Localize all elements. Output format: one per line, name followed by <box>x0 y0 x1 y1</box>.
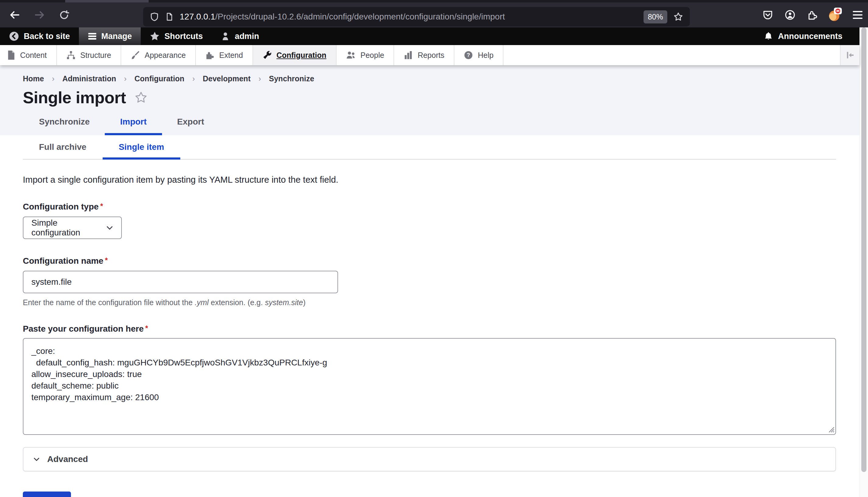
user-icon <box>220 31 230 41</box>
shortcuts-star-icon <box>150 31 160 41</box>
help-icon: ? <box>464 51 473 60</box>
tab-single-item[interactable]: Single item <box>103 135 180 159</box>
admin-menu-help[interactable]: ? Help <box>454 45 503 65</box>
admin-menu-structure[interactable]: Structure <box>57 45 121 65</box>
tab-import[interactable]: Import <box>105 109 162 135</box>
config-type-label: Configuration type* <box>23 202 836 212</box>
user-label: admin <box>235 32 259 41</box>
admin-menu-content-label: Content <box>20 51 47 60</box>
bell-icon <box>764 31 773 41</box>
browser-active-tab[interactable] <box>65 0 148 2</box>
svg-text:?: ? <box>467 52 470 58</box>
toolbar-item-manage[interactable]: Manage <box>79 27 141 45</box>
page-icon[interactable] <box>165 13 174 21</box>
drupal-admin-toolbar: Back to site Manage Shortcuts admin Anno… <box>0 27 859 45</box>
back-to-site-label: Back to site <box>24 32 70 41</box>
url-bar[interactable]: 127.0.0.1/Projects/drupal-10.2.6/admin/c… <box>143 7 690 27</box>
appearance-icon <box>131 51 140 60</box>
back-icon[interactable] <box>9 10 20 20</box>
toolbar-item-user[interactable]: admin <box>212 27 268 45</box>
admin-menu-appearance[interactable]: Appearance <box>121 45 196 65</box>
config-type-value: Simple configuration <box>31 218 105 238</box>
admin-menu-configuration-label: Configuration <box>276 51 327 60</box>
extend-icon <box>205 51 214 60</box>
breadcrumb-separator: › <box>124 74 126 83</box>
browser-toolbar: 127.0.0.1/Projects/drupal-10.2.6/admin/c… <box>0 2 868 27</box>
config-name-input[interactable] <box>23 271 338 293</box>
pocket-icon[interactable] <box>763 10 773 20</box>
breadcrumb-configuration[interactable]: Configuration <box>134 74 185 83</box>
manage-label: Manage <box>101 32 132 41</box>
config-name-label: Configuration name* <box>23 256 836 266</box>
import-button[interactable]: Import <box>23 492 71 497</box>
admin-menu-bar: Content Structure Appearance Extend Conf… <box>0 45 859 65</box>
extensions-icon[interactable] <box>807 10 817 20</box>
admin-menu-structure-label: Structure <box>81 51 111 60</box>
breadcrumb-separator: › <box>259 74 261 83</box>
admin-menu-people[interactable]: People <box>337 45 395 65</box>
admin-menu-configuration[interactable]: Configuration <box>253 45 337 65</box>
breadcrumb-separator: › <box>52 74 54 83</box>
toolbar-item-shortcuts[interactable]: Shortcuts <box>141 27 212 45</box>
structure-icon <box>67 51 75 60</box>
shield-icon[interactable] <box>150 12 159 21</box>
config-type-select[interactable]: Simple configuration <box>23 216 122 239</box>
toolbar-collapse-button[interactable] <box>840 45 859 65</box>
reports-icon <box>403 51 413 60</box>
breadcrumb: Home › Administration › Configuration › … <box>0 65 859 83</box>
paste-config-label: Paste your configuration here* <box>23 324 836 334</box>
url-path: /Projects/drupal-10.2.6/admin/config/dev… <box>215 12 505 21</box>
primary-tabs: Synchronize Import Export <box>24 109 219 135</box>
breadcrumb-synchronize[interactable]: Synchronize <box>269 74 314 83</box>
admin-menu-reports-label: Reports <box>417 51 444 60</box>
forward-icon[interactable] <box>34 10 45 20</box>
yaml-textarea[interactable]: _core: default_config_hash: mguGHCYb9Dw5… <box>23 338 836 435</box>
advanced-label: Advanced <box>47 454 88 464</box>
manage-icon <box>88 32 97 41</box>
reload-icon[interactable] <box>59 10 69 20</box>
menu-icon[interactable] <box>853 9 863 21</box>
back-to-site-icon <box>9 31 19 41</box>
breadcrumb-home[interactable]: Home <box>23 74 44 83</box>
page-header: Home › Administration › Configuration › … <box>0 65 859 135</box>
admin-menu-appearance-label: Appearance <box>145 51 186 60</box>
tab-synchronize[interactable]: Synchronize <box>24 109 105 135</box>
chevron-down-icon <box>32 455 41 463</box>
advanced-details-toggle[interactable]: Advanced <box>23 447 836 471</box>
secondary-tabs: Full archive Single item <box>23 135 836 159</box>
main-content: Full archive Single item Import a single… <box>0 135 859 497</box>
tab-full-archive[interactable]: Full archive <box>23 135 103 159</box>
admin-menu-people-label: People <box>360 51 384 60</box>
account-icon[interactable] <box>785 10 796 20</box>
zoom-level-badge[interactable]: 80% <box>643 10 667 24</box>
bookmark-star-icon[interactable] <box>673 12 683 22</box>
resize-grip-icon[interactable] <box>827 425 835 433</box>
favorite-star-icon[interactable] <box>134 91 147 104</box>
content-icon <box>7 51 15 60</box>
toolbar-item-announcements[interactable]: Announcements <box>755 31 842 41</box>
single-import-form: Import a single configuration item by pa… <box>0 175 859 497</box>
chevron-down-icon <box>105 224 114 232</box>
page-title: Single import <box>23 88 126 107</box>
config-name-help: Enter the name of the configuration file… <box>23 298 836 307</box>
browser-tabstrip <box>0 0 868 2</box>
url-domain: 127.0.0.1 <box>180 12 215 21</box>
scrollbar-thumb[interactable] <box>861 27 867 472</box>
url-text[interactable]: 127.0.0.1/Projects/drupal-10.2.6/admin/c… <box>180 12 505 22</box>
tab-export[interactable]: Export <box>162 109 219 135</box>
people-icon <box>346 51 356 60</box>
breadcrumb-development[interactable]: Development <box>203 74 251 83</box>
page-scrollbar[interactable] <box>859 27 868 497</box>
announcements-label: Announcements <box>778 32 842 41</box>
admin-menu-reports[interactable]: Reports <box>394 45 454 65</box>
breadcrumb-separator: › <box>192 74 195 83</box>
toolbar-collapse-icon <box>845 50 855 60</box>
breadcrumb-administration[interactable]: Administration <box>62 74 116 83</box>
adblock-extension-icon[interactable] <box>829 9 841 21</box>
configuration-icon <box>262 51 272 60</box>
form-description: Import a single configuration item by pa… <box>23 175 836 185</box>
admin-menu-extend[interactable]: Extend <box>196 45 253 65</box>
shortcuts-label: Shortcuts <box>165 32 203 41</box>
admin-menu-content[interactable]: Content <box>0 45 57 65</box>
back-to-site-button[interactable]: Back to site <box>0 27 79 45</box>
